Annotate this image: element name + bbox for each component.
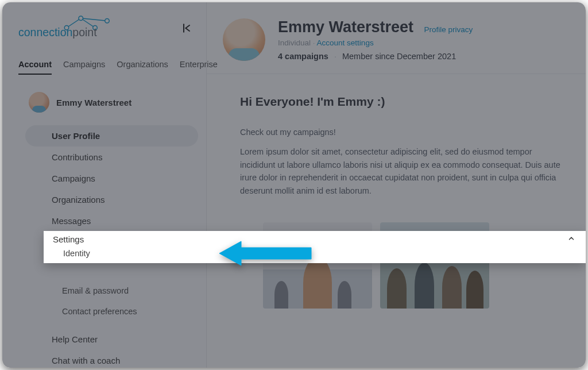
profile-display-name: Emmy Waterstreet [278,18,413,36]
nav-contributions-label: Contributions [52,152,102,162]
nav-organizations-label: Organizations [52,195,105,205]
nav-settings-identity-label: Identity [63,249,90,258]
nav-organizations[interactable]: Organizations [25,189,198,210]
nav-settings-contact-prefs[interactable]: Contact preferences [25,301,198,322]
svg-text:connectionpoint: connectionpoint [18,26,97,38]
nav-messages-label: Messages [52,216,91,226]
brand-part1: connection [18,26,72,38]
member-since: Member since December 2021 [342,52,456,61]
brand-part2: point [72,26,97,38]
nav-settings-label: Settings [53,234,84,244]
campaign-count: 4 campaigns [278,52,328,61]
tab-organizations[interactable]: Organizations [117,60,168,75]
nav-campaigns-label: Campaigns [52,174,95,183]
sidebar: connectionpoint Account Campaigns Organi… [2,2,207,368]
collapse-icon [181,22,192,34]
nav-settings-contact-prefs-label: Contact preferences [62,307,137,316]
profile-privacy-link[interactable]: Profile privacy [424,25,473,34]
tutorial-arrow [219,239,317,268]
nav-chat-coach[interactable]: Chat with a coach [25,350,198,368]
tab-campaigns[interactable]: Campaigns [63,60,105,75]
account-settings-link[interactable]: Account settings [317,38,374,47]
profile-header: Emmy Waterstreet Profile privacy Individ… [207,2,586,74]
tab-account[interactable]: Account [18,60,52,75]
avatar [29,92,49,113]
svg-point-6 [105,19,110,24]
nav-contributions[interactable]: Contributions [25,147,198,168]
profile-lorem: Lorem ipsum dolor sit amet, consectetur … [240,145,567,197]
brand-logo: connectionpoint [18,13,122,44]
nav-chat-coach-label: Chat with a coach [52,356,120,365]
profile-intro: Check out my campaigns! [240,126,567,138]
nav-campaigns[interactable]: Campaigns [25,168,198,189]
svg-point-4 [79,16,83,21]
collapse-sidebar-button[interactable] [179,20,195,36]
tab-enterprise[interactable]: Enterprise [180,60,218,75]
sidebar-user[interactable]: Emmy Waterstreet [2,75,206,123]
main-content: Emmy Waterstreet Profile privacy Individ… [207,2,586,368]
nav-user-profile-label: User Profile [52,131,100,141]
nav-settings-email-password[interactable]: Email & password [25,280,198,301]
nav-messages[interactable]: Messages [25,210,198,232]
profile-type: Individual [278,38,311,47]
sidebar-user-name: Emmy Waterstreet [56,98,131,107]
svg-marker-9 [219,241,311,265]
nav-settings-email-password-label: Email & password [62,286,129,295]
nav-help-center-label: Help Center [52,334,98,344]
chevron-up-icon [567,234,575,244]
profile-body: Hi Everyone! I'm Emmy :) Check out my ca… [207,74,586,309]
nav-help-center[interactable]: Help Center [25,329,198,350]
profile-greeting: Hi Everyone! I'm Emmy :) [240,95,567,109]
top-tabs: Account Campaigns Organizations Enterpri… [2,60,206,75]
profile-avatar [223,18,265,61]
nav-user-profile[interactable]: User Profile [25,125,198,147]
